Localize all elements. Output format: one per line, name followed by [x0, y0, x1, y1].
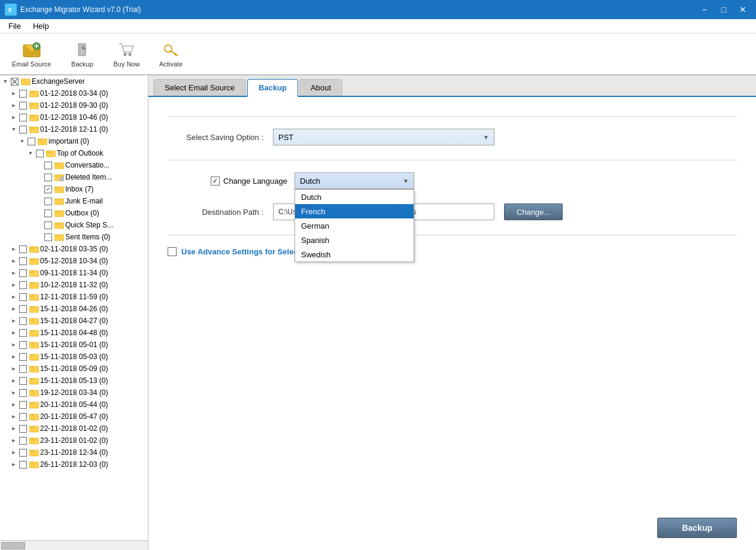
tree-n04a-checkbox[interactable] [28, 138, 35, 145]
expand-n09[interactable]: ► [10, 293, 18, 301]
tree-node-n04[interactable]: ▼ 01-12-2018 12-11 (0) [0, 123, 148, 135]
tree-n16-checkbox[interactable] [19, 377, 27, 385]
expand-n01[interactable]: ► [10, 89, 18, 98]
tree-hscroll-thumb[interactable] [1, 542, 25, 549]
tree-n10-checkbox[interactable] [19, 305, 27, 313]
tree-root-checkbox[interactable] [11, 78, 19, 86]
tree-node-n12[interactable]: ► 15-11-2018 04-48 (0) [0, 327, 148, 339]
lang-option-swedish[interactable]: Swedish [295, 247, 414, 262]
toolbar-backup-button[interactable]: Backup [65, 38, 99, 70]
expand-root[interactable]: ▼ [1, 77, 10, 86]
tree-n05-checkbox[interactable] [19, 245, 27, 253]
tab-select-email-source[interactable]: Select Email Source [153, 79, 246, 96]
tree-node-n21[interactable]: ► 23-11-2018 01-02 (0) [0, 434, 148, 446]
backup-button[interactable]: Backup [657, 518, 737, 538]
tree-n21-checkbox[interactable] [19, 437, 27, 445]
tree-n02-checkbox[interactable] [19, 102, 27, 110]
tree-node-n22[interactable]: ► 23-11-2018 12-34 (0) [0, 446, 148, 458]
tree-node-n15[interactable]: ► 15-11-2018 05-09 (0) [0, 363, 148, 375]
tree-node-n20[interactable]: ► 22-11-2018 01-02 (0) [0, 423, 148, 434]
tree-n17-checkbox[interactable] [19, 389, 27, 397]
tree-n22-checkbox[interactable] [19, 449, 27, 457]
tree-n06-checkbox[interactable] [19, 257, 27, 265]
tree-n04e-checkbox[interactable]: ✓ [44, 186, 52, 193]
tree-n20-checkbox[interactable] [19, 425, 27, 433]
expand-n04[interactable]: ▼ [10, 125, 18, 133]
tree-node-n08[interactable]: ► 10-12-2018 11-32 (0) [0, 279, 148, 291]
tree-node-n07[interactable]: ► 09-11-2018 11-34 (0) [0, 267, 148, 279]
tree-n19-checkbox[interactable] [19, 413, 27, 421]
expand-n18[interactable]: ► [10, 400, 18, 409]
expand-n22[interactable]: ► [10, 448, 18, 457]
tree-node-n09[interactable]: ► 12-11-2018 11-59 (0) [0, 291, 148, 303]
tree-n04c-checkbox[interactable] [44, 162, 52, 169]
tree-node-n19[interactable]: ► 20-11-2018 05-47 (0) [0, 411, 148, 423]
expand-n17[interactable]: ► [10, 388, 18, 397]
expand-n06[interactable]: ► [10, 257, 18, 265]
tree-node-n04i[interactable]: ► Sent Items (0) [0, 231, 148, 243]
tree-node-n23[interactable]: ► 26-11-2018 12-03 (0) [0, 458, 148, 470]
menu-help[interactable]: Help [27, 20, 55, 32]
tree-node-n10[interactable]: ► 15-11-2018 04-26 (0) [0, 303, 148, 315]
expand-n14[interactable]: ► [10, 353, 18, 361]
expand-n04b[interactable]: ▼ [26, 149, 35, 157]
minimize-button[interactable]: − [696, 4, 713, 16]
toolbar-buy-now-button[interactable]: Buy Now [108, 38, 144, 70]
tree-n04-checkbox[interactable] [19, 126, 27, 133]
expand-n10[interactable]: ► [10, 305, 18, 313]
saving-option-select[interactable]: PST ▼ [273, 129, 494, 145]
tree-n11-checkbox[interactable] [19, 317, 27, 325]
change-language-checkbox[interactable] [211, 177, 220, 186]
tree-n08-checkbox[interactable] [19, 281, 27, 289]
tree-scroll[interactable]: ▼ ExchangeServer ► 01-12-2018 03-34 (0) [0, 75, 148, 540]
tree-node-n18[interactable]: ► 20-11-2018 05-44 (0) [0, 399, 148, 411]
tree-node-n16[interactable]: ► 15-11-2018 05-13 (0) [0, 375, 148, 387]
expand-n21[interactable]: ► [10, 436, 18, 445]
tree-node-n14[interactable]: ► 15-11-2018 05-03 (0) [0, 351, 148, 363]
tree-n01-checkbox[interactable] [19, 90, 27, 98]
tree-n03-checkbox[interactable] [19, 114, 27, 121]
tree-node-n04g[interactable]: ► Outbox (0) [0, 207, 148, 219]
expand-n05[interactable]: ► [10, 245, 18, 253]
expand-n08[interactable]: ► [10, 281, 18, 289]
tree-n04g-checkbox[interactable] [44, 209, 52, 217]
menu-file[interactable]: File [2, 20, 27, 32]
expand-n19[interactable]: ► [10, 412, 18, 421]
tree-node-n04d[interactable]: ► Deleted Item... [0, 171, 148, 183]
tab-backup[interactable]: Backup [247, 79, 298, 97]
expand-n15[interactable]: ► [10, 364, 18, 373]
tree-node-n11[interactable]: ► 15-11-2018 04-27 (0) [0, 315, 148, 327]
tree-node-n04b[interactable]: ▼ Top of Outlook [0, 147, 148, 159]
toolbar-activate-button[interactable]: Activate [154, 38, 187, 70]
expand-n23[interactable]: ► [10, 460, 18, 469]
tree-node-n06[interactable]: ► 05-12-2018 10-34 (0) [0, 255, 148, 267]
expand-n16[interactable]: ► [10, 376, 18, 385]
tree-n09-checkbox[interactable] [19, 293, 27, 301]
tree-n04h-checkbox[interactable] [44, 221, 52, 229]
tree-n14-checkbox[interactable] [19, 353, 27, 361]
tree-node-n17[interactable]: ► 19-12-2018 03-34 (0) [0, 387, 148, 399]
tree-n04f-checkbox[interactable] [44, 197, 52, 205]
tab-about[interactable]: About [299, 79, 342, 96]
lang-option-spanish[interactable]: Spanish [295, 233, 414, 247]
tree-n07-checkbox[interactable] [19, 269, 27, 277]
tree-node-n04a[interactable]: ▼ important (0) [0, 135, 148, 147]
lang-option-german[interactable]: German [295, 218, 414, 233]
language-select-box[interactable]: Dutch ▼ [294, 172, 414, 189]
expand-n20[interactable]: ► [10, 424, 18, 433]
expand-n03[interactable]: ► [10, 113, 18, 121]
tree-node-n04e[interactable]: ► ✓ Inbox (7) [0, 183, 148, 195]
tree-node-n04f[interactable]: ► Junk E-mail [0, 195, 148, 207]
tree-node-n13[interactable]: ► 15-11-2018 05-01 (0) [0, 339, 148, 351]
tree-n23-checkbox[interactable] [19, 461, 27, 469]
expand-n11[interactable]: ► [10, 317, 18, 325]
expand-n04a[interactable]: ▼ [18, 137, 26, 145]
tree-n15-checkbox[interactable] [19, 365, 27, 373]
tree-node-n01[interactable]: ► 01-12-2018 03-34 (0) [0, 87, 148, 99]
tree-root[interactable]: ▼ ExchangeServer [0, 75, 148, 87]
tree-n12-checkbox[interactable] [19, 329, 27, 337]
lang-option-dutch[interactable]: Dutch [295, 190, 414, 204]
tree-n04b-checkbox[interactable] [36, 150, 44, 157]
tree-node-n03[interactable]: ► 01-12-2018 10-46 (0) [0, 111, 148, 123]
tree-node-n02[interactable]: ► 01-12-2018 09-30 (0) [0, 99, 148, 111]
